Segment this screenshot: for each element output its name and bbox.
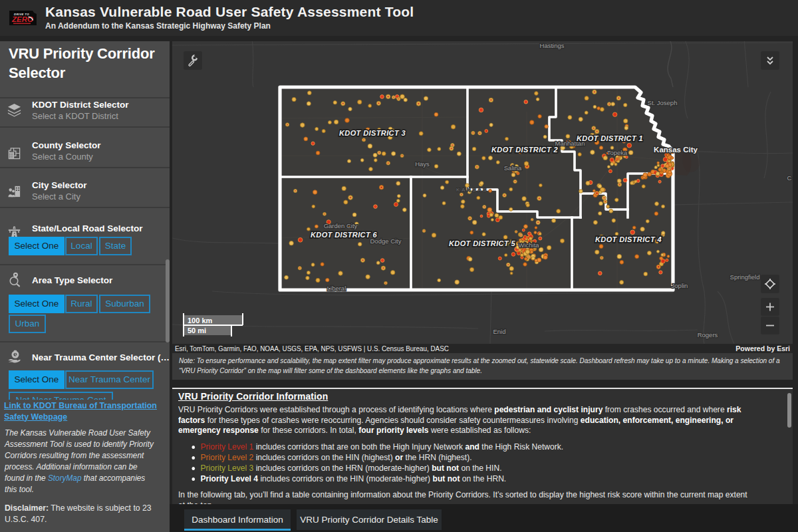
svg-text:Kansas City: Kansas City: [654, 146, 698, 154]
svg-text:KDOT DISTRICT 4: KDOT DISTRICT 4: [595, 235, 662, 243]
svg-text:Liberal: Liberal: [327, 285, 346, 292]
svg-text:100 km: 100 km: [188, 317, 213, 325]
svg-text:Enid: Enid: [493, 328, 505, 335]
svg-text:Hastings: Hastings: [540, 42, 565, 49]
svg-text:Garden City: Garden City: [324, 222, 358, 229]
svg-text:Joplin: Joplin: [672, 282, 688, 289]
svg-text:Topeka: Topeka: [607, 149, 628, 156]
svg-text:C: C: [787, 174, 792, 182]
svg-text:KDOT DISTRICT 2: KDOT DISTRICT 2: [491, 146, 558, 154]
svg-text:KDOT DISTRICT 6: KDOT DISTRICT 6: [311, 231, 378, 239]
svg-text:St. Joseph: St. Joseph: [648, 99, 678, 106]
svg-text:ZERO: ZERO: [11, 15, 33, 23]
svg-text:Hays: Hays: [415, 160, 430, 168]
svg-text:KDOT DISTRICT 3: KDOT DISTRICT 3: [339, 129, 406, 137]
svg-text:KDOT DISTRICT 1: KDOT DISTRICT 1: [577, 134, 643, 142]
svg-text:KANSAS: KANSAS: [456, 187, 488, 193]
svg-text:Rogers: Rogers: [698, 331, 718, 338]
svg-text:Springfield: Springfield: [730, 273, 760, 281]
svg-text:Wichita: Wichita: [518, 241, 539, 249]
svg-text:50 mi: 50 mi: [188, 327, 206, 334]
svg-text:KDOT DISTRICT 5: KDOT DISTRICT 5: [449, 239, 516, 247]
svg-text:Salina: Salina: [504, 164, 522, 172]
